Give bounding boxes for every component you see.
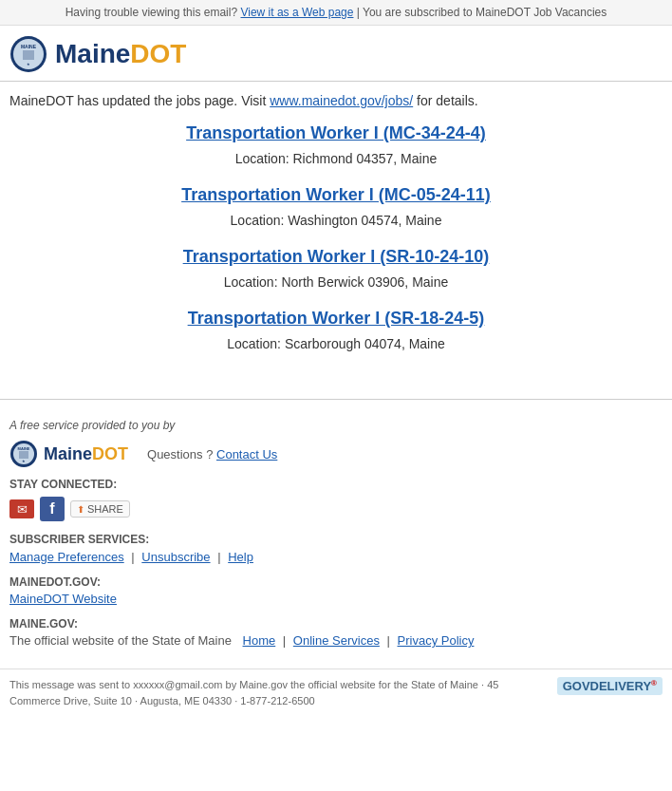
facebook-icon[interactable]: f xyxy=(40,497,65,521)
subscriber-services-label: SUBSCRIBER SERVICES: xyxy=(9,533,663,546)
logo-text: MaineDOT xyxy=(55,39,186,69)
view-as-webpage-link[interactable]: View it as a Web page xyxy=(240,6,353,19)
privacy-policy-link[interactable]: Privacy Policy xyxy=(398,633,475,648)
contact-us-link[interactable]: Contact Us xyxy=(216,447,277,461)
subscriber-links: Manage Preferences | Unsubscribe | Help xyxy=(9,550,663,564)
share-label: SHARE xyxy=(87,503,123,515)
govdelivery-text: GOVDELIVERY® xyxy=(557,677,663,695)
svg-text:★: ★ xyxy=(22,459,26,463)
footer-questions-label: Questions ? Contact Us xyxy=(147,447,277,461)
sep5: | xyxy=(387,633,394,648)
svg-text:★: ★ xyxy=(27,62,30,66)
footer-seal-icon: MAINE ★ xyxy=(9,440,38,468)
job-listing: Transportation Worker I (MC-34-24-4) Loc… xyxy=(9,123,663,166)
mainedot-website-link[interactable]: MaineDOT Website xyxy=(9,592,117,606)
header: MAINE ★ MaineDOT xyxy=(0,26,672,82)
maine-gov-content: The official website of the State of Mai… xyxy=(9,633,663,648)
job-listing: Transportation Worker I (SR-18-24-5) Loc… xyxy=(9,309,663,351)
mainedot-gov-label: MAINEDOT.GOV: xyxy=(9,575,663,589)
main-content: MaineDOT has updated the jobs page. Visi… xyxy=(0,82,672,389)
svg-text:MAINE: MAINE xyxy=(21,44,37,49)
online-services-link[interactable]: Online Services xyxy=(293,633,380,648)
job-listing: Transportation Worker I (MC-05-24-11) Lo… xyxy=(9,185,663,228)
maine-seal-icon: MAINE ★ xyxy=(9,35,47,73)
logo-area: MAINE ★ MaineDOT xyxy=(9,35,663,73)
job-title-link[interactable]: Transportation Worker I (SR-18-24-5) xyxy=(188,309,485,329)
intro-paragraph: MaineDOT has updated the jobs page. Visi… xyxy=(9,93,663,108)
svg-rect-8 xyxy=(19,451,28,459)
job-location: Location: Scarborough 04074, Maine xyxy=(9,336,663,351)
svg-text:MAINE: MAINE xyxy=(18,446,30,451)
svg-rect-3 xyxy=(23,50,34,60)
job-location: Location: North Berwick 03906, Maine xyxy=(9,274,663,290)
footer: A free service provided to you by MAINE … xyxy=(0,409,672,669)
intro-text-after: for details. xyxy=(413,93,477,108)
govdelivery-tm: ® xyxy=(651,679,657,687)
maine-gov-text: The official website of the State of Mai… xyxy=(9,633,232,648)
job-location: Location: Richmond 04357, Maine xyxy=(9,151,663,166)
unsubscribe-link[interactable]: Unsubscribe xyxy=(141,550,210,564)
bottom-bar-text: This message was sent to xxxxxx@gmail.co… xyxy=(9,677,548,708)
maine-gov-label: MAINE.GOV: xyxy=(9,617,663,631)
job-title-link[interactable]: Transportation Worker I (MC-05-24-11) xyxy=(181,185,491,205)
share-icon: ⬆ xyxy=(77,504,84,515)
job-listing: Transportation Worker I (SR-10-24-10) Lo… xyxy=(9,247,663,290)
mainedot-gov-content: MaineDOT Website xyxy=(9,592,663,606)
job-location: Location: Washington 04574, Maine xyxy=(9,213,663,228)
top-bar-suffix: | You are subscribed to MaineDOT Job Vac… xyxy=(357,6,607,19)
intro-text-before: MaineDOT has updated the jobs page. Visi… xyxy=(9,93,270,108)
free-service-text: A free service provided to you by xyxy=(9,419,663,432)
top-bar-text: Having trouble viewing this email? xyxy=(65,6,237,19)
home-link[interactable]: Home xyxy=(243,633,276,648)
section-divider xyxy=(0,399,672,400)
sep2: | xyxy=(217,550,224,564)
footer-logo-row: MAINE ★ MaineDOT Questions ? Contact Us xyxy=(9,440,663,468)
top-bar: Having trouble viewing this email? View … xyxy=(0,0,672,26)
manage-preferences-link[interactable]: Manage Preferences xyxy=(9,550,124,564)
bottom-bar: This message was sent to xxxxxx@gmail.co… xyxy=(0,669,672,716)
job-listings: Transportation Worker I (MC-34-24-4) Loc… xyxy=(9,123,663,351)
job-title-link[interactable]: Transportation Worker I (SR-10-24-10) xyxy=(183,247,490,267)
email-social-icon[interactable] xyxy=(9,499,34,518)
sep4: | xyxy=(283,633,289,648)
help-link[interactable]: Help xyxy=(228,550,253,564)
share-button[interactable]: ⬆ SHARE xyxy=(70,500,130,518)
jobs-link[interactable]: www.mainedot.gov/jobs/ xyxy=(270,93,413,108)
govdelivery-logo: GOVDELIVERY® xyxy=(557,677,663,695)
sep1: | xyxy=(131,550,138,564)
stay-connected-label: STAY CONNECTED: xyxy=(9,478,663,491)
job-title-link[interactable]: Transportation Worker I (MC-34-24-4) xyxy=(186,123,486,143)
social-icons: f ⬆ SHARE xyxy=(9,497,663,521)
footer-logo-text: MaineDOT xyxy=(44,444,128,464)
